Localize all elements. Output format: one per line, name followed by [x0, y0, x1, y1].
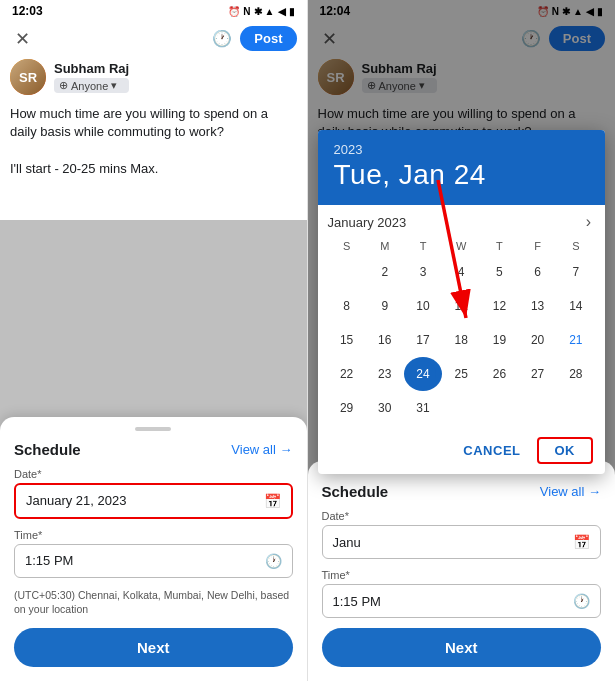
globe-icon: ⊕: [59, 79, 68, 92]
schedule-sheet-left: Schedule View all → Date* January 21, 20…: [0, 417, 307, 681]
right-panel: 12:04 ⏰ N ✱ ▲ ◀ ▮ ✕ 🕐 Post SR Subham Raj…: [308, 0, 616, 681]
time-input-right[interactable]: 1:15 PM 🕐: [322, 584, 602, 618]
calendar-day[interactable]: 14: [557, 289, 595, 323]
day-header-mon: M: [366, 237, 404, 255]
user-info-left: Subham Raj ⊕ Anyone ▾: [54, 61, 129, 93]
calendar-day[interactable]: 19: [480, 323, 518, 357]
calendar-day[interactable]: 12: [480, 289, 518, 323]
day-header-fri: F: [519, 237, 557, 255]
time-input-left[interactable]: 1:15 PM 🕐: [14, 544, 293, 578]
schedule-title-right: Schedule: [322, 483, 389, 500]
status-time-left: 12:03: [12, 4, 43, 18]
user-row-left: SR Subham Raj ⊕ Anyone ▾: [0, 55, 307, 101]
day-header-tue: T: [404, 237, 442, 255]
calendar-day: [480, 391, 518, 425]
calendar-day[interactable]: 3: [404, 255, 442, 289]
sheet-handle-left: [135, 427, 171, 431]
day-header-sun: S: [328, 237, 366, 255]
calendar-day[interactable]: 2: [366, 255, 404, 289]
calendar-day[interactable]: 26: [480, 357, 518, 391]
clock-icon-left[interactable]: 🕐: [212, 29, 232, 48]
calendar-day[interactable]: 6: [519, 255, 557, 289]
clock-field-icon-right: 🕐: [573, 593, 590, 609]
alarm-icon: ⏰: [228, 6, 240, 17]
status-bar-left: 12:03 ⏰ N ✱ ▲ ◀ ▮: [0, 0, 307, 22]
clock-field-icon-left: 🕐: [265, 553, 282, 569]
calendar-day[interactable]: 17: [404, 323, 442, 357]
day-header-thu: T: [480, 237, 518, 255]
calendar-day[interactable]: 13: [519, 289, 557, 323]
chevron-down-icon: ▾: [111, 79, 117, 92]
calendar-day: [328, 255, 366, 289]
signal-icon: ▲: [265, 6, 275, 17]
calendar-day[interactable]: 20: [519, 323, 557, 357]
audience-button-left[interactable]: ⊕ Anyone ▾: [54, 78, 129, 93]
calendar-day[interactable]: 27: [519, 357, 557, 391]
schedule-title-left: Schedule: [14, 441, 81, 458]
calendar-header: 2023 Tue, Jan 24: [318, 130, 606, 205]
calendar-day[interactable]: 28: [557, 357, 595, 391]
calendar-day[interactable]: 24: [404, 357, 442, 391]
calendar-day[interactable]: 22: [328, 357, 366, 391]
calendar-next-month-button[interactable]: ›: [582, 213, 595, 231]
calendar-year: 2023: [334, 142, 590, 157]
day-header-sat: S: [557, 237, 595, 255]
next-button-left[interactable]: Next: [14, 628, 293, 667]
calendar-day: [442, 391, 480, 425]
left-panel: 12:03 ⏰ N ✱ ▲ ◀ ▮ ✕ 🕐 Post SR Subham Raj…: [0, 0, 308, 681]
calendar-day[interactable]: 11: [442, 289, 480, 323]
calendar-month-nav: January 2023 ›: [328, 213, 596, 231]
calendar-day[interactable]: 8: [328, 289, 366, 323]
wifi-icon: ◀: [278, 6, 286, 17]
top-nav-left: ✕ 🕐 Post: [0, 22, 307, 55]
calendar-day[interactable]: 9: [366, 289, 404, 323]
calendar-cancel-button[interactable]: CANCEL: [463, 437, 520, 464]
view-all-link-left[interactable]: View all →: [231, 442, 292, 457]
calendar-grid: S M T W T F S 23456789101112131415161718…: [328, 237, 596, 425]
calendar-icon-left: 📅: [264, 493, 281, 509]
calendar-ok-button[interactable]: OK: [537, 437, 594, 464]
status-icons-left: ⏰ N ✱ ▲ ◀ ▮: [228, 6, 294, 17]
calendar-body: January 2023 › S M T W T F S 23456789: [318, 205, 606, 429]
calendar-day[interactable]: 16: [366, 323, 404, 357]
calendar-day[interactable]: 30: [366, 391, 404, 425]
date-input-right[interactable]: Janu 📅: [322, 525, 602, 559]
calendar-day: [519, 391, 557, 425]
calendar-day[interactable]: 15: [328, 323, 366, 357]
calendar-icon-right: 📅: [573, 534, 590, 550]
date-value-right: Janu: [333, 535, 361, 550]
user-name-left: Subham Raj: [54, 61, 129, 76]
close-button-left[interactable]: ✕: [10, 28, 34, 50]
bluetooth-icon: ✱: [254, 6, 262, 17]
calendar-day[interactable]: 29: [328, 391, 366, 425]
network-icon: N: [243, 6, 250, 17]
date-input-left[interactable]: January 21, 2023 📅: [14, 483, 293, 519]
calendar-day[interactable]: 18: [442, 323, 480, 357]
view-all-link-right[interactable]: View all →: [540, 484, 601, 499]
date-label-right: Date*: [322, 510, 602, 522]
day-header-wed: W: [442, 237, 480, 255]
calendar-day[interactable]: 21: [557, 323, 595, 357]
calendar-day: [557, 391, 595, 425]
post-button-left[interactable]: Post: [240, 26, 296, 51]
calendar-day[interactable]: 5: [480, 255, 518, 289]
calendar-day[interactable]: 25: [442, 357, 480, 391]
calendar-day[interactable]: 4: [442, 255, 480, 289]
time-label-right: Time*: [322, 569, 602, 581]
battery-icon: ▮: [289, 6, 295, 17]
calendar-day[interactable]: 23: [366, 357, 404, 391]
calendar-day[interactable]: 31: [404, 391, 442, 425]
calendar-day[interactable]: 10: [404, 289, 442, 323]
calendar-date-big: Tue, Jan 24: [334, 159, 590, 191]
calendar-footer: CANCEL OK: [318, 429, 606, 474]
time-label-left: Time*: [14, 529, 293, 541]
avatar-left: SR: [10, 59, 46, 95]
time-value-right: 1:15 PM: [333, 594, 381, 609]
calendar-day[interactable]: 7: [557, 255, 595, 289]
schedule-sheet-right: Schedule View all → Date* Janu 📅 Time* 1…: [308, 461, 616, 681]
timezone-note-left: (UTC+05:30) Chennai, Kolkata, Mumbai, Ne…: [14, 588, 293, 616]
calendar-month-label: January 2023: [328, 215, 407, 230]
schedule-header-right: Schedule View all →: [322, 483, 602, 500]
date-label-left: Date*: [14, 468, 293, 480]
next-button-right[interactable]: Next: [322, 628, 602, 667]
